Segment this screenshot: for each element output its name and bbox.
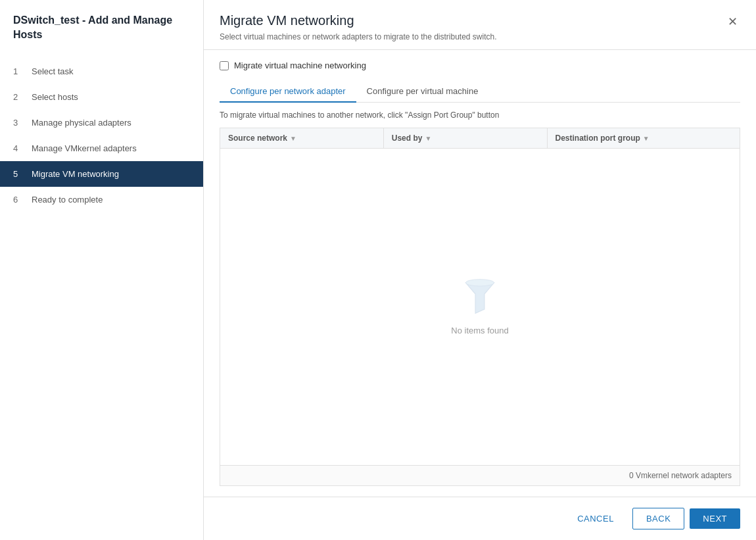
dialog-header: Migrate VM networking Select virtual mac…: [204, 0, 756, 50]
sidebar-item-label-4: Manage VMkernel adapters: [32, 143, 137, 153]
info-text: To migrate virtual machines to another n…: [220, 110, 740, 120]
tab-per-adapter-label: Configure per network adapter: [230, 86, 346, 96]
column-header-used-by[interactable]: Used by ▼: [384, 128, 548, 148]
step-number-1: 1: [13, 66, 26, 76]
table-container: Source network ▼ Used by ▼ Destination p…: [220, 128, 740, 486]
checkbox-row: Migrate virtual machine networking: [220, 61, 740, 70]
column-used-by-label: Used by: [392, 134, 423, 143]
sidebar-item-label-5: Migrate VM networking: [32, 169, 119, 179]
sidebar-item-label-6: Ready to complete: [32, 195, 103, 205]
dialog-title: Migrate VM networking: [220, 13, 497, 28]
close-button[interactable]: ✕: [725, 13, 740, 30]
step-number-2: 2: [13, 92, 26, 102]
sidebar-item-label-1: Select task: [32, 66, 74, 76]
table-header: Source network ▼ Used by ▼ Destination p…: [220, 128, 740, 149]
table-footer: 0 Vmkernel network adapters: [220, 465, 740, 485]
close-icon: ✕: [728, 15, 738, 28]
empty-state: No items found: [425, 252, 534, 362]
sidebar-item-4[interactable]: 4 Manage VMkernel adapters: [0, 135, 203, 161]
sidebar-item-5[interactable]: 5 Migrate VM networking: [0, 161, 203, 187]
column-source-label: Source network: [228, 134, 287, 143]
column-header-source[interactable]: Source network ▼: [220, 128, 384, 148]
dialog-subtitle: Select virtual machines or network adapt…: [220, 32, 497, 41]
sidebar-item-label-3: Manage physical adapters: [32, 118, 131, 128]
sidebar-item-3[interactable]: 3 Manage physical adapters: [0, 110, 203, 135]
dialog-header-text: Migrate VM networking Select virtual mac…: [220, 13, 497, 41]
migrate-vm-checkbox[interactable]: [220, 61, 229, 70]
column-header-destination[interactable]: Destination port group ▼: [548, 128, 740, 148]
tabs-container: Configure per network adapter Configure …: [220, 81, 740, 103]
table-footer-text: 0 Vmkernel network adapters: [629, 471, 732, 480]
table-body: No items found: [220, 149, 740, 465]
main-content: Migrate VM networking Select virtual mac…: [204, 0, 756, 540]
app-container: DSwitch_test - Add and Manage Hosts 1 Se…: [0, 0, 756, 540]
step-number-3: 3: [13, 118, 26, 128]
filter-destination-icon[interactable]: ▼: [643, 135, 650, 142]
sidebar-title: DSwitch_test - Add and Manage Hosts: [0, 13, 203, 59]
next-button[interactable]: NEXT: [690, 508, 740, 529]
sidebar-item-2[interactable]: 2 Select hosts: [0, 84, 203, 110]
back-button[interactable]: BACK: [632, 508, 684, 529]
step-number-4: 4: [13, 143, 26, 153]
tab-per-vm-label: Configure per virtual machine: [367, 86, 479, 96]
tab-per-vm[interactable]: Configure per virtual machine: [356, 81, 489, 103]
step-number-6: 6: [13, 195, 26, 205]
tab-per-adapter[interactable]: Configure per network adapter: [220, 81, 356, 103]
empty-funnel-icon: [460, 278, 500, 318]
filter-used-by-icon[interactable]: ▼: [425, 135, 431, 142]
sidebar: DSwitch_test - Add and Manage Hosts 1 Se…: [0, 0, 204, 540]
svg-point-0: [466, 280, 494, 286]
dialog-footer: CANCEL BACK NEXT: [204, 497, 756, 540]
sidebar-item-label-2: Select hosts: [32, 92, 78, 102]
dialog-body: Migrate virtual machine networking Confi…: [204, 50, 756, 497]
migrate-vm-checkbox-label[interactable]: Migrate virtual machine networking: [234, 61, 366, 70]
cancel-button[interactable]: CANCEL: [564, 508, 627, 529]
sidebar-item-1[interactable]: 1 Select task: [0, 59, 203, 84]
sidebar-item-6[interactable]: 6 Ready to complete: [0, 187, 203, 212]
step-number-5: 5: [13, 169, 26, 179]
filter-source-icon[interactable]: ▼: [290, 135, 296, 142]
empty-text: No items found: [451, 326, 508, 335]
column-destination-label: Destination port group: [555, 134, 640, 143]
